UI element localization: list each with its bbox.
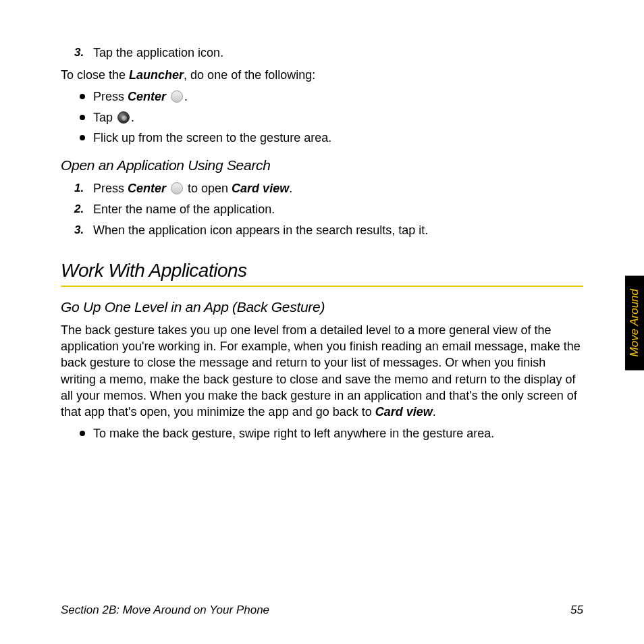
step-3: 3. Tap the application icon.: [93, 45, 583, 61]
text: Tap: [93, 111, 116, 124]
card-view-label: Card view: [232, 182, 289, 195]
search-step-3: 3. When the application icon appears in …: [93, 222, 583, 239]
step-number: 3.: [74, 45, 84, 61]
top-ordered-list: 3. Tap the application icon.: [68, 45, 583, 61]
bullet-press-center: Press Center .: [93, 88, 583, 105]
text: .: [184, 90, 188, 103]
text: Press: [93, 90, 128, 103]
text: Flick up from the screen to the gesture …: [93, 131, 331, 144]
card-view-label: Card view: [375, 405, 433, 419]
close-launcher-bullets: Press Center . Tap . Flick up from the s…: [68, 88, 583, 146]
text: .: [433, 405, 436, 419]
heading-work-with-applications: Work With Applications: [61, 260, 583, 281]
page-footer: Section 2B: Move Around on Your Phone 55: [61, 603, 583, 617]
text: Enter the name of the application.: [93, 203, 275, 216]
step-number: 2.: [74, 201, 84, 217]
launcher-icon: [117, 111, 130, 124]
search-step-2: 2. Enter the name of the application.: [93, 201, 583, 218]
text: to open: [184, 182, 232, 195]
back-gesture-bullets: To make the back gesture, swipe right to…: [68, 425, 583, 442]
heading-open-app-search: Open an Application Using Search: [61, 157, 583, 173]
text: .: [131, 111, 134, 124]
text: To make the back gesture, swipe right to…: [93, 427, 494, 440]
close-launcher-intro: To close the Launcher, do one of the fol…: [61, 67, 583, 83]
text: When the application icon appears in the…: [93, 223, 428, 237]
step-text: Tap the application icon.: [93, 46, 223, 59]
step-number: 1.: [74, 180, 84, 196]
text: To close the: [61, 68, 129, 82]
center-label: Center: [128, 90, 166, 103]
bullet-tap-icon: Tap .: [93, 109, 583, 126]
center-button-icon: [171, 182, 183, 194]
heading-rule: [61, 286, 583, 287]
content-area: 3. Tap the application icon. To close th…: [61, 45, 583, 443]
launcher-label: Launcher: [129, 68, 184, 82]
search-step-1: 1. Press Center to open Card view.: [93, 180, 583, 197]
text: Press: [93, 182, 128, 195]
section-tab: Move Around: [625, 275, 644, 370]
footer-section-title: Section 2B: Move Around on Your Phone: [61, 603, 269, 617]
center-label: Center: [128, 182, 166, 195]
text: .: [289, 182, 292, 195]
bullet-back-gesture: To make the back gesture, swipe right to…: [93, 425, 583, 442]
search-steps: 1. Press Center to open Card view. 2. En…: [68, 180, 583, 240]
heading-back-gesture: Go Up One Level in an App (Back Gesture): [61, 299, 583, 315]
page: 3. Tap the application icon. To close th…: [0, 0, 644, 644]
bullet-flick-up: Flick up from the screen to the gesture …: [93, 130, 583, 146]
back-gesture-paragraph: The back gesture takes you up one level …: [61, 322, 583, 421]
page-number: 55: [570, 603, 583, 617]
center-button-icon: [171, 90, 183, 103]
text: The back gesture takes you up one level …: [61, 323, 581, 419]
text: , do one of the following:: [184, 68, 315, 82]
step-number: 3.: [74, 222, 84, 238]
